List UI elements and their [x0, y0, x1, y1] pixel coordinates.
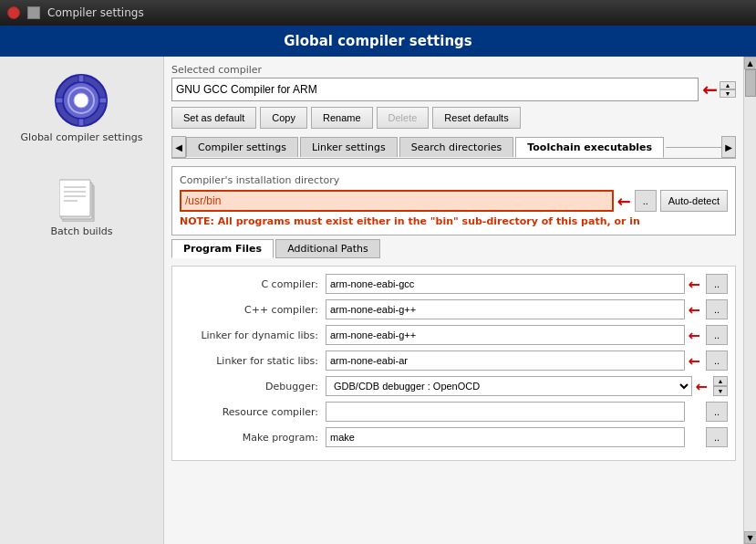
c-compiler-label: C compiler:: [180, 278, 326, 290]
resource-compiler-browse[interactable]: ..: [706, 402, 728, 422]
compiler-spinner-up[interactable]: ▲: [720, 81, 736, 89]
make-program-browse[interactable]: ..: [706, 427, 728, 447]
debugger-spinner-up[interactable]: ▲: [713, 376, 728, 386]
selected-compiler-label: Selected compiler: [171, 64, 736, 76]
debugger-arrow: ←: [696, 378, 708, 395]
tabs-row: ◀ Compiler settings Linker settings Sear…: [171, 136, 736, 159]
auto-detect-button[interactable]: Auto-detect: [660, 190, 728, 212]
svg-rect-11: [59, 180, 90, 216]
make-program-label: Make program:: [180, 432, 326, 444]
install-note: NOTE: All programs must exist either in …: [180, 215, 728, 227]
tab-toolchain-executables[interactable]: Toolchain executables: [515, 137, 664, 158]
resource-compiler-label: Resource compiler:: [180, 406, 326, 418]
make-program-input[interactable]: [326, 427, 685, 447]
batch-builds-icon: [59, 176, 105, 222]
inner-tab-additional-paths[interactable]: Additional Paths: [275, 239, 380, 258]
copy-button[interactable]: Copy: [260, 107, 307, 129]
linker-dynamic-browse[interactable]: ..: [706, 325, 728, 345]
svg-rect-5: [56, 98, 63, 103]
sidebar-global-label: Global compiler settings: [21, 131, 143, 143]
compiler-arrow-indicator: ←: [702, 78, 718, 100]
tab-search-directories[interactable]: Search directories: [399, 137, 514, 157]
debugger-row: Debugger: GDB/CDB debugger : OpenOCD ← ▲…: [180, 376, 728, 396]
linker-static-label: Linker for static libs:: [180, 355, 326, 367]
close-button[interactable]: [7, 6, 20, 19]
tab-linker-settings[interactable]: Linker settings: [300, 137, 398, 157]
svg-rect-3: [78, 75, 84, 82]
compiler-select[interactable]: GNU GCC Compiler for ARM: [171, 78, 699, 101]
title-bar: Compiler settings: [0, 0, 756, 26]
cpp-compiler-input[interactable]: [326, 299, 685, 319]
linker-static-arrow: ←: [689, 352, 700, 370]
installation-section: Compiler's installation directory ← .. A…: [171, 166, 736, 235]
debugger-spinner: ▲ ▼: [713, 376, 728, 396]
c-compiler-browse[interactable]: ..: [706, 274, 728, 294]
resource-compiler-row: Resource compiler: ← ..: [180, 402, 728, 422]
svg-rect-6: [99, 98, 107, 103]
linker-static-browse[interactable]: ..: [706, 350, 728, 371]
resource-compiler-spacer: ←: [689, 403, 700, 421]
install-dir-row: ← .. Auto-detect: [180, 190, 728, 212]
svg-point-2: [74, 93, 88, 108]
linker-static-row: Linker for static libs: ← ..: [180, 350, 728, 371]
main-content: Global compiler settings Batch builds: [0, 57, 756, 544]
compiler-spinner-down[interactable]: ▼: [720, 89, 736, 98]
window: Global compiler settings: [0, 26, 756, 544]
reset-defaults-button[interactable]: Reset defaults: [432, 107, 520, 129]
linker-dynamic-label: Linker for dynamic libs:: [180, 330, 326, 341]
cpp-compiler-browse[interactable]: ..: [706, 299, 728, 319]
scroll-up[interactable]: ▲: [744, 57, 757, 69]
tab-compiler-settings[interactable]: Compiler settings: [186, 137, 298, 157]
dialog-title: Global compiler settings: [0, 26, 756, 57]
sidebar-item-batch[interactable]: Batch builds: [44, 169, 120, 245]
svg-rect-4: [78, 119, 84, 126]
inner-tab-program-files[interactable]: Program Files: [171, 239, 274, 258]
tab-scroll-left[interactable]: ◀: [171, 136, 186, 158]
sidebar-batch-label: Batch builds: [51, 225, 113, 237]
minimize-button[interactable]: [27, 6, 40, 19]
installation-label: Compiler's installation directory: [180, 174, 728, 186]
content-area: Selected compiler GNU GCC Compiler for A…: [164, 57, 743, 544]
make-program-row: Make program: ← ..: [180, 427, 728, 447]
sidebar-item-global[interactable]: Global compiler settings: [14, 66, 150, 151]
program-files-section: C compiler: ← .. C++ compiler: ← .. Link…: [171, 266, 736, 461]
install-dir-input[interactable]: [180, 190, 614, 212]
debugger-label: Debugger:: [180, 381, 326, 392]
install-dir-arrow: ←: [617, 192, 631, 211]
toolbar-row: Set as default Copy Rename Delete Reset …: [171, 107, 736, 129]
set-default-button[interactable]: Set as default: [171, 107, 256, 129]
scroll-track: [744, 69, 757, 531]
cpp-compiler-arrow: ←: [689, 301, 700, 319]
scrollbar[interactable]: ▲ ▼: [743, 57, 756, 544]
c-compiler-row: C compiler: ← ..: [180, 274, 728, 294]
debugger-spinner-down[interactable]: ▼: [713, 386, 728, 396]
scroll-thumb[interactable]: [745, 69, 756, 97]
cpp-compiler-label: C++ compiler:: [180, 304, 326, 316]
window-title: Compiler settings: [47, 6, 144, 19]
tab-scroll-right[interactable]: ▶: [721, 136, 736, 158]
inner-tabs-row: Program Files Additional Paths: [171, 239, 736, 258]
resource-compiler-input[interactable]: [326, 402, 685, 422]
rename-button[interactable]: Rename: [311, 107, 373, 129]
cpp-compiler-row: C++ compiler: ← ..: [180, 299, 728, 319]
install-dir-browse[interactable]: ..: [635, 190, 657, 212]
debugger-select[interactable]: GDB/CDB debugger : OpenOCD: [326, 376, 692, 396]
compiler-selector-row: GNU GCC Compiler for ARM ← ▲ ▼: [171, 78, 736, 101]
linker-dynamic-arrow: ←: [689, 327, 700, 344]
linker-dynamic-row: Linker for dynamic libs: ← ..: [180, 325, 728, 345]
linker-dynamic-input[interactable]: [326, 325, 685, 345]
c-compiler-input[interactable]: [326, 274, 685, 294]
c-compiler-arrow: ←: [689, 276, 700, 293]
make-program-spacer: ←: [689, 429, 700, 446]
gear-icon: [54, 73, 109, 128]
scroll-down[interactable]: ▼: [744, 531, 757, 544]
linker-static-input[interactable]: [326, 350, 685, 371]
delete-button[interactable]: Delete: [377, 107, 430, 129]
sidebar: Global compiler settings Batch builds: [0, 57, 164, 544]
